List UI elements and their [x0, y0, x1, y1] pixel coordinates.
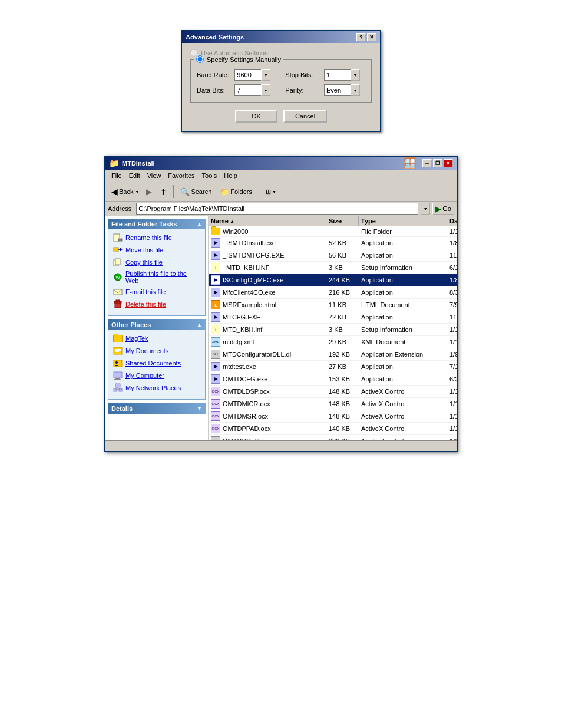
file-row-7[interactable]: ▶ MTCFG.EXE 72 KB Application 11/12/2002… — [209, 311, 457, 324]
file-cell-size-8: 3 KB — [326, 324, 359, 335]
file-row-13[interactable]: OCX OMTDLDSP.ocx 148 KB ActiveX Control … — [209, 386, 457, 398]
file-cell-date-0: 1/13/2003 12:19 PM — [447, 226, 457, 236]
radio-manual[interactable] — [196, 55, 204, 63]
data-bits-label: Data Bits: — [197, 87, 231, 94]
dialog-titlebar: Advanced Settings ? ✕ — [182, 31, 380, 43]
file-name-6: MSRExample.html — [223, 301, 276, 308]
data-bits-combo[interactable]: 7 ▼ — [234, 84, 282, 96]
address-go-button[interactable]: ▶ Go — [432, 203, 454, 215]
menu-edit[interactable]: Edit — [125, 171, 144, 180]
file-row-17[interactable]: DLL OMTDSO.dll 380 KB Application Extens… — [209, 435, 457, 440]
baud-rate-combo[interactable]: 9600 ▼ — [234, 69, 282, 81]
file-name-3: _MTD_KBH.INF — [223, 264, 269, 271]
search-button[interactable]: 🔍 Search — [177, 184, 215, 199]
place-shared-documents[interactable]: Shared Documents — [113, 358, 200, 368]
file-row-12[interactable]: ▶ OMTDCFG.exe 153 KB Application 6/25/20… — [209, 373, 457, 386]
col-type[interactable]: Type — [359, 216, 447, 226]
file-cell-name-5: ▶ MfcClient4CO.exe — [209, 286, 326, 298]
folders-button[interactable]: 📁 Folders — [216, 184, 256, 199]
place-my-computer[interactable]: My Computer — [113, 371, 200, 380]
menu-help[interactable]: Help — [220, 171, 241, 180]
file-row-10[interactable]: DLL MTDConfiguratorDLL.dll 192 KB Applic… — [209, 348, 457, 361]
search-label: Search — [191, 188, 211, 195]
file-row-6[interactable]: IE MSRExample.html 11 KB HTML Document 7… — [209, 299, 457, 311]
place-magtek[interactable]: MagTek — [113, 334, 200, 343]
my-documents-icon — [113, 346, 123, 355]
back-button[interactable]: ◀ Back ▼ — [108, 184, 141, 199]
rename-icon — [113, 233, 123, 242]
folders-label: Folders — [230, 188, 252, 195]
place-my-network[interactable]: My Network Places — [113, 383, 200, 393]
file-row-16[interactable]: OCX OMTDPPAD.ocx 140 KB ActiveX Control … — [209, 423, 457, 435]
stop-bits-input[interactable]: 1 — [324, 69, 351, 81]
publish-icon: W — [113, 272, 123, 282]
right-panel: Name ▲ Size Type Date Modified — [209, 216, 457, 440]
file-row-4[interactable]: ▶ ISConfigDlgMFC.exe 244 KB Application … — [209, 274, 457, 286]
parity-input[interactable]: Even — [324, 84, 351, 96]
file-row-15[interactable]: OCX OMTDMSR.ocx 148 KB ActiveX Control 1… — [209, 410, 457, 423]
address-input[interactable] — [136, 203, 418, 215]
file-cell-type-7: Application — [359, 311, 447, 323]
col-name[interactable]: Name ▲ — [209, 216, 326, 226]
file-cell-size-0 — [326, 226, 359, 236]
parity-combo[interactable]: Even ▼ — [324, 84, 365, 96]
file-cell-size-10: 192 KB — [326, 348, 359, 360]
parity-dropdown-btn[interactable]: ▼ — [351, 84, 360, 96]
menu-tools[interactable]: Tools — [199, 171, 221, 180]
svg-rect-21 — [115, 384, 120, 387]
forward-button[interactable]: ▶ — [142, 184, 156, 199]
place-my-documents[interactable]: My Documents — [113, 346, 200, 355]
file-row-5[interactable]: ▶ MfcClient4CO.exe 216 KB Application 8/… — [209, 286, 457, 299]
dialog-help-button[interactable]: ? — [356, 33, 366, 41]
file-cell-name-8: i MTD_KBH.inf — [209, 324, 326, 335]
other-places-header[interactable]: Other Places ▲ — [108, 319, 206, 330]
task-delete[interactable]: Delete this file — [113, 299, 200, 309]
file-row-11[interactable]: ▶ mtdtest.exe 27 KB Application 7/16/199… — [209, 361, 457, 373]
menu-file[interactable]: File — [108, 171, 125, 180]
details-header[interactable]: Details ▼ — [108, 403, 206, 414]
menu-view[interactable]: View — [144, 171, 165, 180]
cancel-button[interactable]: Cancel — [283, 110, 327, 123]
dialog-close-button[interactable]: ✕ — [367, 33, 376, 41]
explorer-close-button[interactable]: ✕ — [444, 159, 453, 167]
baud-rate-label: Baud Rate: — [197, 71, 231, 78]
task-publish[interactable]: W Publish this file to the Web — [113, 270, 200, 284]
minimize-button[interactable]: ─ — [422, 159, 432, 167]
col-date[interactable]: Date Modified — [447, 216, 457, 226]
baud-rate-dropdown-btn[interactable]: ▼ — [261, 69, 270, 81]
col-type-label: Type — [361, 218, 376, 225]
restore-button[interactable]: ❐ — [433, 159, 442, 167]
dll-icon: DLL — [211, 436, 220, 440]
task-rename[interactable]: Rename this file — [113, 233, 200, 242]
file-row-3[interactable]: i _MTD_KBH.INF 3 KB Setup Information 6/… — [209, 262, 457, 274]
views-button[interactable]: ⊞ ▼ — [262, 184, 280, 199]
other-places-panel: Other Places ▲ MagTek — [108, 319, 206, 400]
up-button[interactable]: ⬆ — [157, 184, 170, 199]
ok-button[interactable]: OK — [235, 110, 277, 123]
file-row-1[interactable]: ▶ _ISMTDInstall.exe 52 KB Application 1/… — [209, 237, 457, 249]
col-size[interactable]: Size — [326, 216, 359, 226]
file-cell-date-13: 1/19/2000 11:23 AM — [447, 386, 457, 397]
baud-rate-input[interactable]: 9600 — [234, 69, 261, 81]
file-row-14[interactable]: OCX OMTDMICR.ocx 148 KB ActiveX Control … — [209, 398, 457, 410]
task-move[interactable]: Move this file — [113, 245, 200, 255]
address-dropdown-btn[interactable]: ▼ — [421, 203, 430, 215]
file-row-8[interactable]: i MTD_KBH.inf 3 KB Setup Information 1/1… — [209, 324, 457, 336]
go-label: Go — [442, 205, 451, 212]
data-bits-input[interactable]: 7 — [234, 84, 261, 96]
menu-favorites[interactable]: Favorites — [164, 171, 198, 180]
folders-icon: 📁 — [220, 187, 229, 196]
stop-bits-combo[interactable]: 1 ▼ — [324, 69, 365, 81]
file-row-2[interactable]: ▶ _ISMTDMTCFG.EXE 56 KB Application 11/1… — [209, 249, 457, 262]
file-tasks-header[interactable]: File and Folder Tasks ▲ — [108, 219, 206, 229]
svg-rect-15 — [115, 351, 119, 352]
data-bits-dropdown-btn[interactable]: ▼ — [261, 84, 270, 96]
task-email[interactable]: E-mail this file — [113, 287, 200, 297]
forward-icon: ▶ — [146, 187, 152, 196]
file-cell-date-8: 1/13/2003 12:19 PM — [447, 324, 457, 335]
file-row-0[interactable]: Win2000 File Folder 1/13/2003 12:19 PM — [209, 226, 457, 237]
stop-bits-dropdown-btn[interactable]: ▼ — [351, 69, 360, 81]
place-magtek-label: MagTek — [125, 335, 148, 342]
file-row-9[interactable]: XML mtdcfg.xml 29 KB XML Document 1/13/2… — [209, 336, 457, 348]
task-copy[interactable]: Copy this file — [113, 258, 200, 267]
